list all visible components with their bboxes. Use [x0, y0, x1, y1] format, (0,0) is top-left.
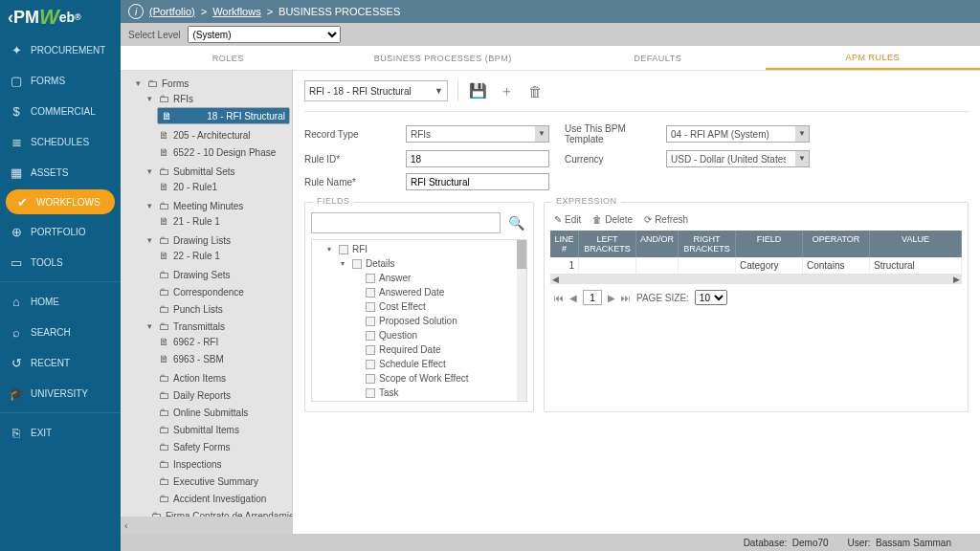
trash-icon: 🗑	[592, 214, 602, 225]
tree-node-205[interactable]: 🗎205 - Architectural	[157, 128, 290, 142]
pagesize-label: PAGE SIZE:	[636, 293, 689, 303]
tab-roles[interactable]: ROLES	[121, 46, 336, 70]
pager-first[interactable]: ⏮	[554, 293, 564, 303]
search-icon: ⌕	[10, 325, 23, 339]
expr-hscroll[interactable]: ◀▶	[550, 275, 962, 284]
pager-last[interactable]: ⏭	[621, 293, 631, 303]
clipboard-icon: ▢	[10, 74, 23, 87]
pager-next[interactable]: ▶	[608, 293, 615, 303]
tab-bpm[interactable]: BUSINESS PROCESSES (BPM)	[336, 46, 551, 70]
pager-prev[interactable]: ◀	[569, 293, 577, 303]
history-icon: ↺	[10, 356, 23, 369]
nav-schedules[interactable]: ≣SCHEDULES	[0, 126, 121, 157]
exit-icon: ⎘	[10, 426, 23, 439]
trash-icon: 🗑	[528, 83, 543, 99]
fields-legend: FIELDS	[313, 196, 354, 206]
currency-select[interactable]: USD - Dollar (United States of America)▼	[666, 150, 810, 167]
fields-search-button[interactable]: 🔍	[504, 212, 527, 233]
fields-search-input[interactable]	[311, 212, 501, 233]
fields-tree[interactable]: ▾RFI ▾Details Answer Answered Date Cost …	[311, 239, 527, 402]
save-icon: 💾	[469, 82, 487, 99]
globe-icon: ⊕	[10, 225, 23, 238]
nav-search[interactable]: ⌕SEARCH	[0, 317, 121, 347]
bulb-icon: ✦	[10, 43, 23, 56]
pagesize-select[interactable]: 10	[695, 290, 727, 305]
status-bar: Database: Demo70 User: Bassam Samman	[121, 534, 980, 551]
folder-icon: 🗀	[147, 77, 158, 89]
breadcrumb-current: BUSINESS PROCESSES	[278, 6, 400, 17]
pencil-icon: ✎	[554, 214, 562, 225]
rule-id-input[interactable]	[406, 150, 549, 167]
currency-label: Currency	[565, 154, 651, 165]
nav-home[interactable]: ⌂HOME	[0, 286, 121, 317]
expr-delete[interactable]: 🗑Delete	[592, 214, 633, 225]
rule-name-input[interactable]	[406, 173, 549, 190]
tree-node-18[interactable]: 🗎18 - RFI Structural	[157, 107, 290, 124]
select-level-label: Select Level	[128, 30, 180, 40]
nav-portfolio[interactable]: ⊕PORTFOLIO	[0, 216, 121, 247]
save-button[interactable]: 💾	[468, 81, 487, 100]
nav-assets[interactable]: ▦ASSETS	[0, 157, 121, 187]
briefcase-icon: ▭	[10, 255, 23, 269]
delete-button[interactable]: 🗑	[525, 81, 545, 100]
app-logo: ‹PMWeb®	[0, 0, 121, 34]
select-level[interactable]: (System)	[188, 26, 341, 43]
expression-legend: EXPRESSION	[552, 196, 621, 206]
tree-collapse[interactable]: ‹	[121, 517, 292, 534]
search-icon: 🔍	[508, 215, 524, 231]
tab-apm-rules[interactable]: APM RULES	[766, 46, 981, 70]
pager-page-input[interactable]	[583, 290, 602, 305]
expr-grid-header: LINE # LEFT BRACKETS AND/OR RIGHT BRACKE…	[550, 231, 962, 257]
breadcrumb-workflows[interactable]: Workflows	[212, 6, 261, 17]
nav-workflows[interactable]: ✔WORKFLOWS	[6, 189, 115, 214]
record-selector[interactable]: RFI - 18 - RFI Structural▼	[304, 80, 448, 101]
expr-refresh[interactable]: ⟳Refresh	[644, 214, 688, 225]
graduation-icon: 🎓	[10, 386, 23, 400]
file-icon: 🗎	[162, 110, 172, 121]
bpm-template-select[interactable]: 04 - RFI APM (System)▼	[666, 125, 810, 143]
nav-exit[interactable]: ⎘EXIT	[0, 417, 121, 448]
tab-defaults[interactable]: DEFAULTS	[550, 46, 766, 70]
expr-edit[interactable]: ✎Edit	[554, 214, 581, 225]
chevron-down-icon: ▼	[434, 86, 443, 96]
tree-node-6522[interactable]: 🗎6522 - 10 Design Phase	[157, 145, 290, 159]
check-icon: ✔	[15, 195, 29, 209]
nav-university[interactable]: 🎓UNIVERSITY	[0, 378, 121, 408]
nav-recent[interactable]: ↺RECENT	[0, 347, 121, 378]
dollar-icon: $	[10, 104, 23, 118]
bpm-template-label: Use This BPM Template	[565, 123, 651, 144]
refresh-icon: ⟳	[644, 214, 652, 225]
home-icon: ⌂	[10, 295, 23, 308]
grid-icon: ▦	[10, 165, 23, 179]
breadcrumb: i (Portfolio) > Workflows > BUSINESS PRO…	[121, 0, 980, 23]
breadcrumb-portfolio[interactable]: (Portfolio)	[149, 6, 195, 17]
rule-id-label: Rule ID*	[304, 154, 390, 165]
forms-tree[interactable]: ▾🗀Forms ▾🗀RFIs 🗎18 - RFI Structural 🗎205…	[121, 71, 292, 517]
plus-icon: ＋	[500, 82, 514, 100]
info-icon[interactable]: i	[128, 4, 144, 19]
nav-procurement[interactable]: ✦PROCUREMENT	[0, 34, 121, 65]
nav-commercial[interactable]: $COMMERCIAL	[0, 96, 121, 126]
record-type-label: Record Type	[304, 129, 390, 140]
add-button[interactable]: ＋	[497, 81, 516, 100]
record-type-select[interactable]: RFIs▼	[406, 125, 549, 143]
list-icon: ≣	[10, 135, 23, 148]
expr-row-1[interactable]: 1 Category Contains Structural	[550, 257, 962, 275]
nav-forms[interactable]: ▢FORMS	[0, 65, 121, 96]
rule-name-label: Rule Name*	[304, 177, 390, 187]
nav-tools[interactable]: ▭TOOLS	[0, 247, 121, 277]
